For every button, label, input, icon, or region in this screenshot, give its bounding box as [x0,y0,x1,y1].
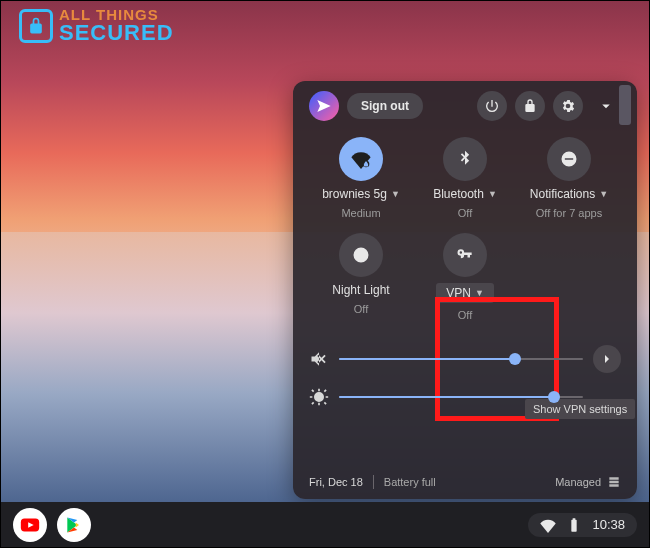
night-light-icon[interactable] [339,233,383,277]
quick-settings-panel: Sign out brownies 5g▼ Medium [293,81,637,499]
night-light-sub: Off [354,303,368,315]
tile-bluetooth: Bluetooth▼ Off [413,137,517,219]
caret-icon: ▼ [475,288,484,298]
notifications-label[interactable]: Notifications▼ [530,187,608,201]
tile-vpn: VPN▼ Off [413,233,517,321]
bluetooth-sub: Off [458,207,472,219]
avatar[interactable] [309,91,339,121]
system-tray[interactable]: 10:38 [528,513,637,537]
tray-wifi-icon [540,517,556,533]
managed-indicator[interactable]: Managed [555,475,621,489]
tile-notifications: Notifications▼ Off for 7 apps [517,137,621,219]
audio-settings-chevron-icon[interactable] [593,345,621,373]
vpn-label[interactable]: VPN▼ [436,283,494,303]
brightness-icon[interactable] [309,387,329,407]
youtube-app-icon[interactable] [13,508,47,542]
volume-slider[interactable] [339,358,583,360]
lock-icon [19,9,53,43]
notifications-sub: Off for 7 apps [536,207,602,219]
wifi-icon[interactable] [339,137,383,181]
do-not-disturb-icon[interactable] [547,137,591,181]
wifi-label[interactable]: brownies 5g▼ [322,187,400,201]
panel-scrollbar[interactable] [619,85,631,125]
panel-header: Sign out [309,91,621,121]
bluetooth-label[interactable]: Bluetooth▼ [433,187,497,201]
vpn-label-text: VPN [446,286,471,300]
brightness-row [309,387,621,407]
watermark-logo: ALL THINGS SECURED [19,7,174,44]
volume-row [309,345,621,373]
volume-muted-icon[interactable] [309,349,329,369]
managed-label: Managed [555,476,601,488]
sign-out-button[interactable]: Sign out [347,93,423,119]
footer-battery: Battery full [384,476,436,488]
tile-night-light: Night Light Off [309,233,413,321]
tray-battery-icon [566,517,582,533]
vpn-key-icon[interactable] [443,233,487,277]
sliders-area [309,345,621,407]
notifications-label-text: Notifications [530,187,595,201]
footer-divider [373,475,374,489]
collapse-chevron-icon[interactable] [591,91,621,121]
power-icon[interactable] [477,91,507,121]
wifi-sub: Medium [341,207,380,219]
caret-icon: ▼ [599,189,608,199]
caret-icon: ▼ [391,189,400,199]
caret-icon: ▼ [488,189,497,199]
settings-gear-icon[interactable] [553,91,583,121]
managed-icon [607,475,621,489]
night-light-label[interactable]: Night Light [332,283,389,297]
bluetooth-icon[interactable] [443,137,487,181]
vpn-sub: Off [458,309,472,321]
quick-tiles-grid: brownies 5g▼ Medium Bluetooth▼ Off Notif… [309,137,621,321]
play-store-app-icon[interactable] [57,508,91,542]
bluetooth-label-text: Bluetooth [433,187,484,201]
tray-clock: 10:38 [592,517,625,532]
logo-text-bottom: SECURED [59,22,174,44]
shelf: 10:38 [1,502,649,547]
lock-screen-icon[interactable] [515,91,545,121]
wifi-label-text: brownies 5g [322,187,387,201]
panel-footer: Fri, Dec 18 Battery full Managed [309,475,621,489]
footer-date: Fri, Dec 18 [309,476,363,488]
brightness-slider[interactable] [339,396,583,398]
tile-wifi: brownies 5g▼ Medium [309,137,413,219]
night-light-label-text: Night Light [332,283,389,297]
